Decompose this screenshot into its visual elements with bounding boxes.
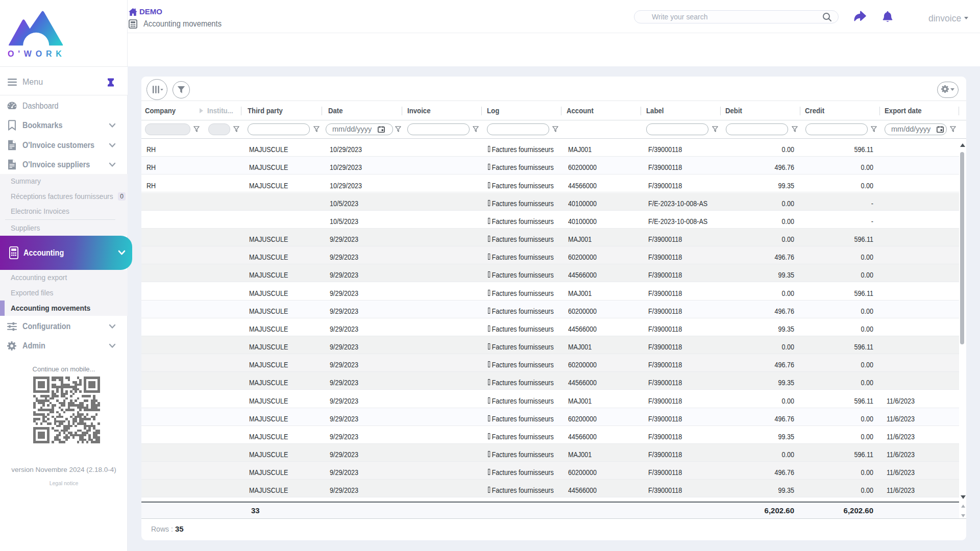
svg-text:O'WORK: O'WORK	[8, 49, 64, 58]
